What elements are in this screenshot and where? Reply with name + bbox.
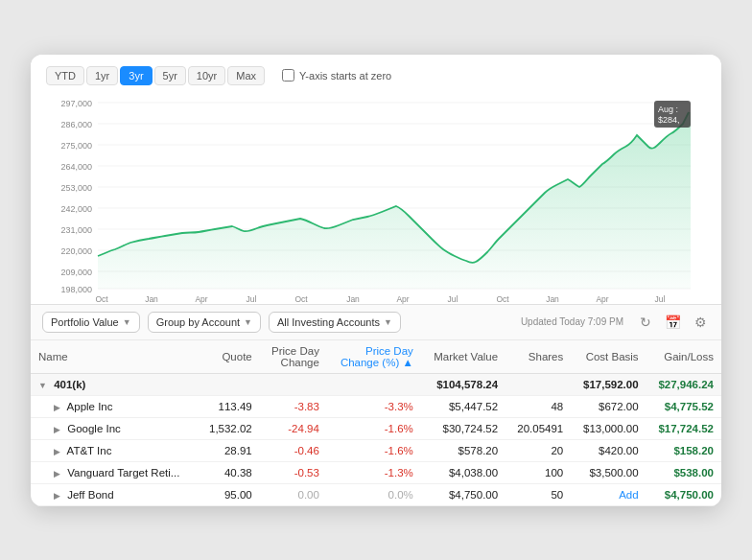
- updated-text: Updated Today 7:09 PM: [521, 316, 623, 327]
- chart-svg: 297,000 286,000 275,000 264,000 253,000 …: [46, 93, 706, 304]
- stock-name-att: ▶ AT&T Inc: [31, 439, 198, 461]
- y-axis-checkbox[interactable]: [282, 69, 294, 82]
- svg-text:2018: 2018: [143, 302, 161, 304]
- svg-text:2019: 2019: [444, 302, 462, 304]
- chart-section: YTD 1yr 3yr 5yr 10yr Max Y-axis starts a…: [31, 55, 721, 304]
- svg-text:Aug :: Aug :: [658, 105, 678, 114]
- stock-name-vanguard: ▶ Vanguard Target Reti...: [31, 461, 198, 483]
- refresh-icon[interactable]: ↻: [637, 313, 654, 332]
- expand-icon[interactable]: ▼: [38, 381, 47, 390]
- group-market-value: $104,578.24: [421, 373, 505, 395]
- svg-text:242,000: 242,000: [60, 204, 92, 214]
- tab-3yr[interactable]: 3yr: [120, 66, 152, 85]
- tab-1yr[interactable]: 1yr: [86, 66, 118, 85]
- stock-name-google: ▶ Google Inc: [31, 417, 198, 439]
- svg-text:2017: 2017: [93, 302, 111, 304]
- table-wrap: Name Quote Price DayChange Price DayChan…: [31, 340, 721, 506]
- table-row: ▶ Apple Inc 113.49 -3.83 -3.3% $5,447.52…: [31, 395, 721, 417]
- settings-icon[interactable]: ⚙: [692, 313, 710, 332]
- chart-controls: YTD 1yr 3yr 5yr 10yr Max Y-axis starts a…: [46, 66, 706, 85]
- portfolio-value-dropdown[interactable]: Portfolio Value ▼: [42, 312, 140, 333]
- svg-text:2020: 2020: [594, 302, 612, 304]
- svg-text:2019: 2019: [494, 302, 512, 304]
- svg-text:2020: 2020: [544, 302, 562, 304]
- col-header-price-change: Price DayChange: [260, 340, 327, 374]
- col-header-market-value: Market Value: [421, 340, 505, 374]
- table-row: ▶ Jeff Bond 95.00 0.00 0.0% $4,750.00 50…: [31, 483, 721, 505]
- stock-name-jeff-bond: ▶ Jeff Bond: [31, 483, 198, 505]
- calendar-icon[interactable]: 📅: [662, 313, 684, 332]
- col-header-name: Name: [31, 340, 198, 374]
- svg-text:2019: 2019: [394, 302, 412, 304]
- svg-text:$284,: $284,: [658, 115, 680, 125]
- group-by-account-dropdown[interactable]: Group by Account ▼: [148, 312, 261, 333]
- group-name-401k: ▼ 401(k): [31, 373, 198, 395]
- expand-icon[interactable]: ▶: [54, 491, 60, 501]
- tab-max[interactable]: Max: [227, 66, 265, 85]
- svg-text:231,000: 231,000: [60, 225, 92, 235]
- svg-text:297,000: 297,000: [60, 99, 92, 108]
- svg-text:2020: 2020: [651, 302, 670, 304]
- svg-text:2018: 2018: [243, 302, 261, 304]
- tab-ytd[interactable]: YTD: [46, 66, 84, 85]
- svg-text:253,000: 253,000: [60, 183, 92, 193]
- col-header-shares: Shares: [505, 340, 571, 374]
- chevron-down-icon: ▼: [244, 317, 252, 327]
- y-axis-label[interactable]: Y-axis starts at zero: [282, 69, 391, 82]
- chevron-down-icon: ▼: [384, 317, 392, 327]
- svg-text:275,000: 275,000: [60, 141, 92, 151]
- tab-10yr[interactable]: 10yr: [188, 66, 225, 85]
- main-card: YTD 1yr 3yr 5yr 10yr Max Y-axis starts a…: [31, 55, 721, 506]
- col-header-price-change-pct[interactable]: Price DayChange (%) ▲: [327, 340, 421, 374]
- svg-text:209,000: 209,000: [60, 268, 92, 277]
- col-header-quote: Quote: [198, 340, 260, 374]
- chevron-down-icon: ▼: [123, 317, 131, 327]
- svg-text:286,000: 286,000: [60, 120, 92, 129]
- svg-text:2019: 2019: [344, 302, 363, 304]
- group-row-401k: ▼ 401(k) $104,578.24 $17,592.00 $27,946.…: [31, 373, 721, 395]
- group-cost-basis: $17,592.00: [571, 373, 646, 395]
- svg-text:264,000: 264,000: [60, 162, 92, 172]
- stock-name-apple: ▶ Apple Inc: [31, 395, 198, 417]
- expand-icon[interactable]: ▶: [54, 403, 60, 412]
- table-row: ▶ Google Inc 1,532.02 -24.94 -1.6% $30,7…: [31, 417, 721, 439]
- toolbar: Portfolio Value ▼ Group by Account ▼ All…: [31, 305, 721, 340]
- expand-icon[interactable]: ▶: [54, 425, 60, 434]
- svg-text:2018: 2018: [293, 302, 311, 304]
- svg-text:198,000: 198,000: [60, 285, 92, 294]
- tab-5yr[interactable]: 5yr: [154, 66, 186, 85]
- table-row: ▶ AT&T Inc 28.91 -0.46 -1.6% $578.20 20 …: [31, 439, 721, 461]
- table-row: ▶ Vanguard Target Reti... 40.38 -0.53 -1…: [31, 461, 721, 483]
- group-gain-loss: $27,946.24: [646, 373, 721, 395]
- col-header-cost-basis: Cost Basis: [571, 340, 646, 374]
- all-investing-accounts-dropdown[interactable]: All Investing Accounts ▼: [269, 312, 401, 333]
- svg-text:220,000: 220,000: [60, 246, 92, 256]
- svg-text:2018: 2018: [193, 302, 211, 304]
- portfolio-table: Name Quote Price DayChange Price DayChan…: [31, 340, 721, 506]
- col-header-gain-loss: Gain/Loss: [646, 340, 721, 374]
- expand-icon[interactable]: ▶: [54, 469, 60, 478]
- expand-icon[interactable]: ▶: [54, 447, 60, 456]
- chart-area: 297,000 286,000 275,000 264,000 253,000 …: [46, 93, 706, 304]
